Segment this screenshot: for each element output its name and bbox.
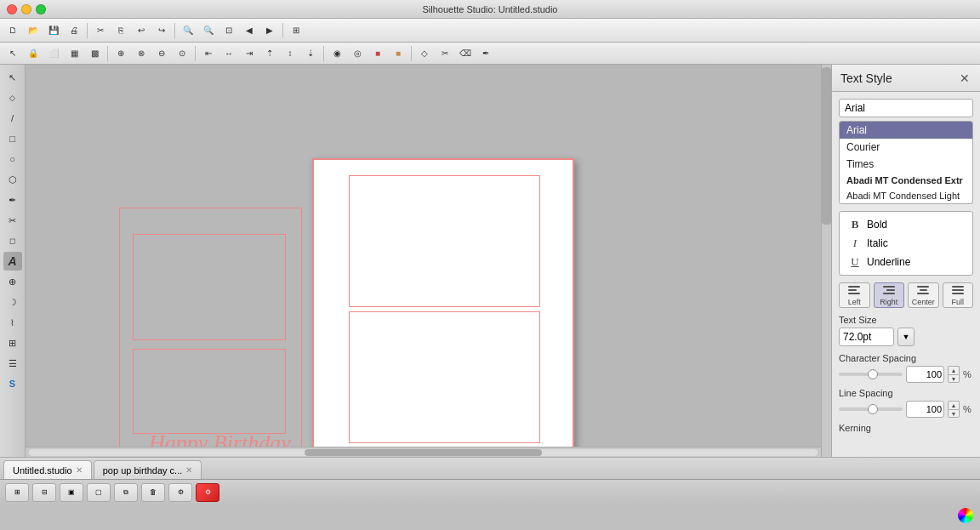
dropper-tool-btn[interactable]: ⌇	[3, 313, 22, 332]
align-center-btn[interactable]: ↔	[219, 44, 238, 63]
toggle2[interactable]: ▦	[65, 44, 83, 63]
pen-tool-btn[interactable]: ✒	[3, 191, 22, 209]
font-item-times[interactable]: Times	[840, 156, 972, 173]
panel-close-button[interactable]: ✕	[958, 71, 971, 85]
toggle3[interactable]: ▩	[85, 44, 104, 63]
fill-btn[interactable]: ◉	[328, 44, 346, 63]
prev-button[interactable]: ◀	[240, 21, 259, 40]
tab-untitled-close[interactable]: ✕	[76, 465, 83, 475]
underline-btn[interactable]: U Underline	[843, 253, 969, 271]
align-center-btn[interactable]: Center	[908, 282, 939, 308]
help-status-btn[interactable]: ⚙	[196, 483, 219, 502]
line-spacing-thumb[interactable]	[868, 404, 878, 414]
minimize-button[interactable]	[21, 4, 31, 14]
window-controls[interactable]	[7, 4, 46, 14]
zoom-in-button[interactable]: 🔍	[179, 21, 197, 40]
settings-status-btn[interactable]: ⚙	[168, 483, 192, 502]
line-spacing-up[interactable]: ▲	[948, 401, 960, 409]
group-status-btn[interactable]: ▣	[60, 483, 83, 502]
copy-button[interactable]: ⎘	[111, 21, 130, 40]
align-right-btn[interactable]: ⇥	[240, 44, 259, 63]
pen-btn[interactable]: ✒	[476, 44, 495, 63]
weld-btn[interactable]: ⊗	[132, 44, 151, 63]
maximize-button[interactable]	[36, 4, 46, 14]
subtract-btn[interactable]: ⊖	[152, 44, 171, 63]
select-all-status-btn[interactable]: ⊞	[5, 483, 29, 502]
ellipse-tool-btn[interactable]: ○	[3, 150, 22, 168]
eraser-tool-btn[interactable]: ◻	[3, 231, 22, 250]
text-size-input[interactable]	[839, 328, 894, 346]
select-tool-btn[interactable]: ↖	[3, 68, 22, 87]
delete-status-btn[interactable]: 🗑	[141, 483, 165, 502]
line-spacing-input[interactable]	[906, 401, 944, 418]
align-middle-btn[interactable]: ↕	[281, 44, 299, 63]
silhouette-tool-btn[interactable]: S	[3, 374, 22, 393]
knife-tool-btn[interactable]: ✂	[3, 211, 22, 230]
zoom-out-button[interactable]: 🔍	[199, 21, 218, 40]
align-full-btn[interactable]: Full	[943, 282, 974, 308]
char-spacing-track[interactable]	[839, 373, 903, 376]
node-edit-btn[interactable]: ◇	[415, 44, 434, 63]
char-spacing-thumb[interactable]	[868, 369, 878, 379]
font-search-input[interactable]	[839, 99, 973, 117]
char-spacing-down[interactable]: ▼	[948, 374, 960, 383]
tab-birthday-close[interactable]: ✕	[185, 465, 192, 475]
toggle1[interactable]: ⬜	[44, 44, 63, 63]
bold-btn[interactable]: B Bold	[843, 215, 969, 234]
align-left-btn[interactable]: Left	[839, 282, 870, 308]
font-item-abadi-extra[interactable]: Abadi MT Condensed Extr	[840, 173, 972, 188]
rect-tool-btn[interactable]: □	[3, 129, 22, 148]
zoom-tool-btn[interactable]: ⊕	[3, 272, 22, 291]
new-button[interactable]: 🗋	[3, 21, 22, 40]
text-size-dropdown[interactable]: ▼	[897, 328, 914, 346]
color-picker-ball[interactable]	[958, 508, 973, 523]
undo-button[interactable]: ↩	[132, 21, 151, 40]
zoom-fit-button[interactable]: ⊡	[219, 21, 238, 40]
char-spacing-up[interactable]: ▲	[948, 366, 960, 374]
horizontal-scrollbar[interactable]	[26, 447, 821, 457]
print-button[interactable]: 🖨	[65, 21, 83, 40]
save-button[interactable]: 💾	[44, 21, 63, 40]
library-tool-btn[interactable]: ☰	[3, 354, 22, 373]
color1-btn[interactable]: ■	[368, 44, 387, 63]
align-right-btn[interactable]: Right	[874, 282, 905, 308]
char-spacing-input[interactable]	[906, 366, 944, 383]
cut-button[interactable]: ✂	[91, 21, 110, 40]
color2-btn[interactable]: ■	[389, 44, 407, 63]
line-spacing-down[interactable]: ▼	[948, 409, 960, 418]
merge-btn[interactable]: ⊕	[111, 44, 130, 63]
select-tool[interactable]: ↖	[3, 44, 22, 63]
font-item-arial[interactable]: Arial	[840, 122, 972, 139]
stroke-btn[interactable]: ◎	[348, 44, 367, 63]
font-item-courier[interactable]: Courier	[840, 139, 972, 156]
node-tool-btn[interactable]: ◇	[3, 88, 22, 107]
align-top-btn[interactable]: ⇡	[260, 44, 279, 63]
align-left-btn[interactable]: ⇤	[199, 44, 218, 63]
open-button[interactable]: 📂	[24, 21, 43, 40]
tab-untitled[interactable]: Untitled.studio ✕	[3, 460, 92, 479]
next-button[interactable]: ▶	[260, 21, 279, 40]
polygon-tool-btn[interactable]: ⬡	[3, 170, 22, 189]
close-button[interactable]	[7, 4, 17, 14]
intersect-btn[interactable]: ⊙	[173, 44, 191, 63]
text-tool-btn[interactable]: A	[3, 252, 22, 271]
ungroup-status-btn[interactable]: ▢	[87, 483, 111, 502]
font-item-abadi-light[interactable]: Abadi MT Condensed Light	[840, 188, 972, 203]
eraser-btn[interactable]: ⌫	[456, 44, 475, 63]
line-tool-btn[interactable]: /	[3, 109, 22, 128]
hand-tool-btn[interactable]: ☽	[3, 293, 22, 311]
grid-button[interactable]: ⊞	[287, 21, 305, 40]
font-list[interactable]: Arial Courier Times Abadi MT Condensed E…	[839, 121, 973, 204]
select-none-status-btn[interactable]: ⊟	[32, 483, 56, 502]
duplicate-status-btn[interactable]: ⧉	[114, 483, 138, 502]
knife-btn[interactable]: ✂	[436, 44, 454, 63]
canvas-area[interactable]: Happy Birthday	[26, 65, 831, 457]
italic-btn[interactable]: I Italic	[843, 234, 969, 253]
redo-button[interactable]: ↪	[152, 21, 171, 40]
lock-tool[interactable]: 🔒	[24, 44, 43, 63]
tab-birthday[interactable]: pop up birthday c... ✕	[94, 460, 202, 479]
pages-tool-btn[interactable]: ⊞	[3, 333, 22, 352]
align-bottom-btn[interactable]: ⇣	[301, 44, 320, 63]
line-spacing-track[interactable]	[839, 407, 903, 411]
vertical-scrollbar[interactable]	[821, 65, 831, 457]
